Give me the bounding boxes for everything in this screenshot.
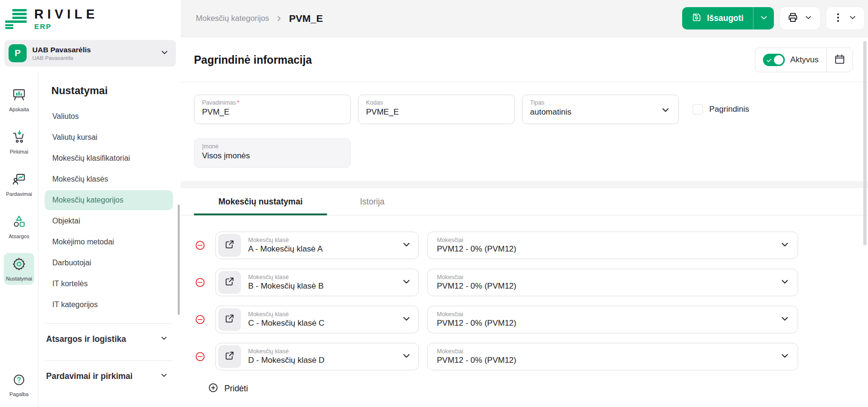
rail-item-pirkimai[interactable]: Pirkimai [4,126,34,158]
help-icon [12,373,26,388]
settings-sidebar: Nustatymai Valiutos Valiutų kursai Mokes… [38,71,181,407]
select-label: Mokesčių klasė [248,274,324,281]
sidebar-item-mokesciu-klasifikatoriai[interactable]: Mokesčių klasifikatoriai [45,148,173,168]
tab-istorija[interactable]: Istorija [327,188,417,215]
tax-select[interactable]: Mokesčiai PVM12 - 0% (PVM12) [427,343,798,370]
gear-icon [12,257,26,273]
tax-select[interactable]: Mokesčiai PVM12 - 0% (PVM12) [427,269,798,296]
select-label: Mokesčiai [437,237,516,243]
sidebar-item-darbuotojai[interactable]: Darbuotojai [45,253,173,273]
tax-class-select[interactable]: Mokesčių klasė D - Mokesčių klasė D [215,343,419,370]
tax-row: Mokesčių klasė C - Mokesčių klasė C Moke… [195,306,868,333]
remove-row-button[interactable] [195,277,205,288]
print-button[interactable] [780,7,820,29]
more-actions-button[interactable] [826,7,864,29]
sidebar-item-mokesciu-klases[interactable]: Mokesčių klasės [45,169,173,189]
tipas-select[interactable]: Tipas automatinis [522,95,679,124]
chevron-down-icon [401,350,412,363]
calendar-button[interactable] [827,54,852,67]
add-row-button[interactable]: Pridėti [208,383,248,394]
tab-mokesciu-nustatymai[interactable]: Mokesčių nustatymai [194,188,327,215]
tax-class-select[interactable]: Mokesčių klasė C - Mokesčių klasė C [215,306,419,333]
sidebar-group-atsargos-ir-logistika[interactable]: Atsargos ir logistika [45,327,173,352]
rail-item-label: Nustatymai [6,276,32,281]
brand-product: ERP [34,22,98,30]
open-record-button[interactable] [218,308,241,331]
open-record-button[interactable] [218,271,241,294]
field-label: Tipas [530,99,671,106]
field-label: Įmonė [202,143,343,150]
breadcrumb-current: PVM_E [289,13,323,24]
chevron-down-icon [759,13,769,24]
kodas-field[interactable]: Kodas PVME_E [358,95,515,124]
company-name: UAB Pavasarėlis [32,46,91,54]
company-avatar: P [9,44,27,62]
pavadinimas-field[interactable]: Pavadinimas* PVM_E [194,95,351,124]
shapes-icon [12,214,26,231]
breadcrumb-separator-icon [275,14,283,23]
select-value: D - Mokesčių klasė D [248,356,325,365]
required-mark: * [237,99,240,106]
company-subtitle: UAB Pavasarėlis [32,55,91,61]
external-link-icon [224,313,235,326]
open-record-button[interactable] [218,234,241,257]
pagrindinis-checkbox[interactable] [693,104,703,115]
chevron-down-icon [401,239,412,252]
chevron-down-icon [780,276,790,289]
sidebar-item-objektai[interactable]: Objektai [45,211,173,231]
sidebar-scrollbar[interactable] [178,204,180,315]
sidebar-divider [45,323,173,324]
rail-item-atsargos[interactable]: Atsargos [4,211,34,242]
tax-row: Mokesčių klasė B - Mokesčių klasė B Moke… [195,269,868,296]
tax-class-select[interactable]: Mokesčių klasė B - Mokesčių klasė B [215,269,419,296]
chevron-down-icon [848,13,857,24]
rail-item-apskaita[interactable]: Apskaita [4,84,34,116]
remove-row-button[interactable] [195,351,205,362]
open-record-button[interactable] [218,345,241,368]
chevron-down-icon [160,334,168,345]
sidebar-item-mokejimo-metodai[interactable]: Mokėjimo metodai [45,232,173,252]
external-link-icon [224,239,235,252]
sidebar-item-valiutos[interactable]: Valiutos [45,107,173,126]
external-link-icon [224,350,235,363]
sidebar-group-pardavimai-ir-pirkimai[interactable]: Pardavimai ir pirkimai [45,364,173,389]
pagrindinis-checkbox-group[interactable]: Pagrindinis [686,95,749,124]
sidebar-item-valiutu-kursai[interactable]: Valiutų kursai [45,127,173,147]
tax-row: Mokesčių klasė A - Mokesčių klasė A Moke… [195,232,868,259]
rail-item-label: Atsargos [9,233,29,239]
breadcrumb-parent[interactable]: Mokesčių kategorijos [196,14,269,23]
tax-class-select[interactable]: Mokesčių klasė A - Mokesčių klasė A [215,232,419,259]
save-split-button: Išsaugoti [682,7,774,29]
page-scrollbar[interactable] [863,41,867,245]
cart-icon [12,130,26,146]
chevron-down-icon [401,276,412,289]
active-toggle-group[interactable]: Aktyvus [755,54,826,66]
rail-item-nustatymai[interactable]: Nustatymai [4,253,34,285]
sidebar-item-it-korteles[interactable]: IT kortelės [45,274,173,294]
select-label: Mokesčių klasė [248,348,325,355]
brand-name: RIVILE [34,8,98,22]
chevron-down-icon [780,239,790,252]
rail-item-pagalba[interactable]: Pagalba [4,369,34,400]
tipas-value: automatinis [530,107,671,117]
sidebar-item-mokesciu-kategorijos[interactable]: Mokesčių kategorijos [45,190,173,210]
rail-item-label: Pagalba [10,391,29,397]
remove-row-button[interactable] [195,314,205,325]
save-button[interactable]: Išsaugoti [682,7,753,29]
tax-select[interactable]: Mokesčiai PVM12 - 0% (PVM12) [427,232,798,259]
remove-row-button[interactable] [195,240,205,251]
app-logo: RIVILE ERP [0,0,181,35]
icon-rail: Apskaita Pirkimai [0,71,38,407]
field-label: Kodas [366,99,507,106]
section-separator [181,181,868,188]
chevron-down-icon [160,371,168,382]
tax-select[interactable]: Mokesčiai PVM12 - 0% (PVM12) [427,306,798,333]
sidebar-item-it-kategorijos[interactable]: IT kategorijos [45,295,173,315]
company-selector[interactable]: P UAB Pavasarėlis UAB Pavasarėlis [4,40,176,67]
save-options-button[interactable] [753,7,774,29]
rail-item-pardavimai[interactable]: Pardavimai [4,168,34,200]
kodas-value: PVME_E [366,107,507,117]
active-toggle[interactable] [763,54,785,66]
select-label: Mokesčių klasė [248,237,323,243]
tax-row: Mokesčių klasė D - Mokesčių klasė D Moke… [195,343,868,370]
